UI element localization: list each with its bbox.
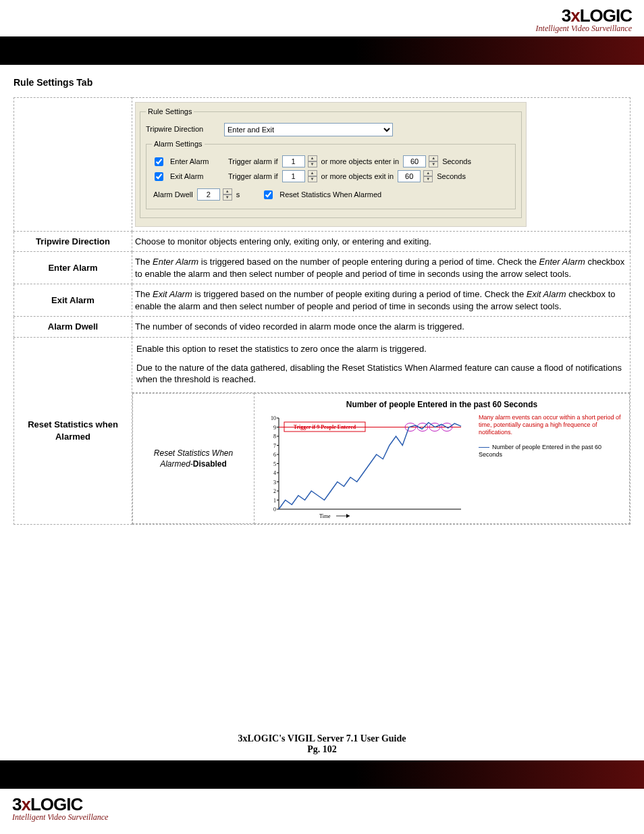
- rule-settings-fieldset: Rule Settings Tripwire Direction Enter a…: [140, 107, 522, 218]
- svg-text:5: 5: [273, 461, 276, 467]
- svg-text:2: 2: [273, 488, 276, 494]
- svg-text:0: 0: [273, 506, 276, 513]
- chart-xlabel: Time: [319, 513, 331, 519]
- trigger-prefix-1: Trigger alarm if: [228, 157, 278, 167]
- brand-tagline: Intelligent Video Surveillance: [12, 24, 632, 34]
- header-bar: [0, 36, 644, 65]
- svg-text:9: 9: [273, 424, 276, 430]
- reset-caption-bold: Disabled: [193, 459, 227, 469]
- alarm-settings-fieldset: Alarm Settings Enter Alarm Trigger alarm…: [146, 139, 516, 209]
- reset-inner-table: Reset Statistics When Alarmed-Disabled N…: [132, 393, 630, 524]
- row-enter-pre: The: [135, 257, 153, 267]
- exit-seconds-spinner[interactable]: ▲▼: [423, 170, 433, 182]
- brand-name-x: x: [570, 5, 579, 26]
- row-exit-t1: is triggered based on the number of peop…: [192, 289, 527, 299]
- brand-b-tagline: Intelligent Video Surveillance: [12, 812, 632, 823]
- enter-seconds-spinner[interactable]: ▲▼: [429, 155, 438, 167]
- screenshot-cell: Rule Settings Tripwire Direction Enter a…: [132, 98, 630, 232]
- row-tripwire-label: Tripwire Direction: [14, 231, 132, 252]
- alarm-dwell-label: Alarm Dwell: [153, 190, 193, 200]
- exit-seconds-input[interactable]: [398, 170, 421, 182]
- svg-text:8: 8: [273, 434, 276, 440]
- section-title: Rule Settings Tab: [14, 77, 630, 88]
- trigger-prefix-2: Trigger alarm if: [228, 172, 278, 182]
- svg-text:3: 3: [273, 479, 276, 485]
- alarm-settings-legend: Alarm Settings: [152, 139, 205, 149]
- svg-marker-31: [346, 514, 350, 518]
- row-enter-em1: Enter Alarm: [153, 257, 198, 267]
- row-enter-desc: The Enter Alarm is triggered based on th…: [132, 252, 630, 284]
- brand-name-1: 3: [562, 5, 570, 26]
- alarm-dwell-input[interactable]: [197, 188, 220, 201]
- exit-mid-text: or more objects exit in: [321, 172, 394, 182]
- row-tripwire-desc: Choose to monitor objects entering only,…: [132, 231, 630, 252]
- seconds-label-2: Seconds: [437, 172, 466, 182]
- footer-title: 3xLOGIC's VIGIL Server 7.1 User Guide: [238, 733, 406, 744]
- row-exit-label: Exit Alarm: [14, 284, 132, 317]
- footer-bar: [0, 760, 644, 789]
- reset-caption-cell: Reset Statistics When Alarmed-Disabled: [133, 393, 254, 523]
- enter-count-input[interactable]: [282, 155, 305, 167]
- chart-title: Number of people Entered in the past 60 …: [259, 398, 625, 411]
- enter-count-spinner[interactable]: ▲▼: [308, 155, 317, 167]
- brand-b-1: 3: [12, 794, 21, 814]
- row-exit-em1: Exit Alarm: [153, 289, 192, 299]
- enter-seconds-input[interactable]: [403, 155, 426, 167]
- exit-count-spinner[interactable]: ▲▼: [308, 170, 317, 182]
- exit-count-input[interactable]: [282, 170, 305, 182]
- screenshot-cell-left: [14, 98, 132, 232]
- seconds-label-1: Seconds: [442, 157, 471, 167]
- row-reset-p1: Enable this option to reset the statisti…: [136, 343, 626, 355]
- row-exit-pre: The: [135, 289, 153, 299]
- row-reset-p2: Due to the nature of the data gathered, …: [136, 362, 626, 386]
- row-dwell-desc: The number of seconds of video recorded …: [132, 317, 630, 338]
- page-content: Rule Settings Tab Rule Settings Tripwire…: [0, 65, 644, 727]
- enter-alarm-checkbox[interactable]: [155, 157, 163, 166]
- row-reset-label: Reset Statistics when Alarmed: [14, 337, 132, 524]
- row-dwell-label: Alarm Dwell: [14, 317, 132, 338]
- exit-alarm-label: Exit Alarm: [170, 172, 224, 182]
- alarm-dwell-spinner[interactable]: ▲▼: [223, 188, 232, 201]
- brand-b-x: x: [21, 794, 30, 814]
- rule-settings-legend: Rule Settings: [146, 107, 194, 117]
- row-enter-t1: is triggered based on the number of peop…: [198, 257, 539, 267]
- settings-table: Rule Settings Tripwire Direction Enter a…: [14, 97, 630, 525]
- row-enter-em2: Enter Alarm: [539, 257, 585, 267]
- exit-alarm-checkbox[interactable]: [155, 172, 163, 181]
- svg-text:4: 4: [273, 470, 276, 476]
- chart-container: Number of people Entered in the past 60 …: [259, 398, 625, 519]
- footer-block: 3xLOGIC's VIGIL Server 7.1 User Guide Pg…: [0, 727, 644, 760]
- row-reset-desc: Enable this option to reset the statisti…: [132, 337, 630, 524]
- row-enter-label: Enter Alarm: [14, 252, 132, 284]
- svg-text:6: 6: [273, 452, 276, 458]
- brand-logo-top: 3xLOGIC Intelligent Video Surveillance: [0, 0, 644, 36]
- brand-name-2: LOGIC: [580, 5, 632, 26]
- brand-b-2: LOGIC: [30, 794, 82, 814]
- enter-mid-text: or more objects enter in: [321, 157, 400, 167]
- reset-stats-label: Reset Statistics When Alarmed: [279, 190, 381, 200]
- svg-text:10: 10: [271, 415, 276, 421]
- chart-legend-series: Number of people Entered in the past 60 …: [479, 444, 624, 459]
- chart-legend-warning: Many alarm events can occur within a sho…: [479, 414, 624, 437]
- svg-text:1: 1: [273, 497, 276, 503]
- footer-page: Pg. 102: [0, 744, 644, 755]
- chart-cell: Number of people Entered in the past 60 …: [254, 393, 630, 523]
- svg-text:7: 7: [273, 442, 276, 448]
- tripwire-direction-label: Tripwire Direction: [146, 124, 220, 134]
- tripwire-direction-select[interactable]: Enter and Exit: [224, 123, 393, 136]
- row-exit-desc: The Exit Alarm is triggered based on the…: [132, 284, 630, 317]
- dwell-unit: s: [236, 190, 240, 200]
- row-exit-em2: Exit Alarm: [527, 289, 566, 299]
- enter-alarm-label: Enter Alarm: [170, 157, 224, 167]
- brand-logo-bottom: 3xLOGIC Intelligent Video Surveillance: [0, 789, 644, 825]
- chart-svg: 012345678910 Trigger if 9 People Entered: [259, 411, 475, 519]
- reset-stats-checkbox[interactable]: [264, 190, 273, 199]
- chart-legend: Many alarm events can occur within a sho…: [475, 411, 625, 519]
- rule-settings-panel: Rule Settings Tripwire Direction Enter a…: [135, 102, 527, 227]
